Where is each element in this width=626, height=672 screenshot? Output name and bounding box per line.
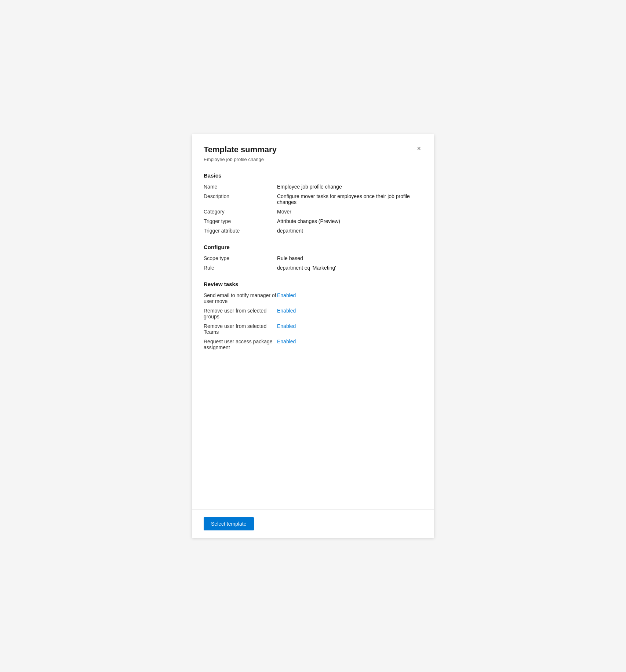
configure-row-rule: Rule department eq 'Marketing' — [204, 265, 422, 271]
close-button[interactable]: × — [415, 144, 422, 153]
panel-footer: Select template — [192, 510, 434, 538]
task-row-remove-teams: Remove user from selected Teams Enabled — [204, 323, 422, 335]
basics-row-description: Description Configure mover tasks for em… — [204, 193, 422, 205]
basics-label-trigger-attribute: Trigger attribute — [204, 228, 277, 234]
configure-label-scope-type: Scope type — [204, 255, 277, 261]
task-row-remove-groups: Remove user from selected groups Enabled — [204, 308, 422, 319]
basics-value-category: Mover — [277, 209, 422, 215]
template-summary-panel: Template summary Employee job profile ch… — [192, 134, 434, 538]
basics-heading: Basics — [204, 172, 422, 179]
configure-row-scope-type: Scope type Rule based — [204, 255, 422, 261]
basics-label-category: Category — [204, 209, 277, 215]
task-label-remove-teams: Remove user from selected Teams — [204, 323, 277, 335]
close-icon: × — [417, 145, 421, 152]
task-value-remove-teams: Enabled — [277, 323, 422, 329]
basics-row-name: Name Employee job profile change — [204, 184, 422, 190]
configure-label-rule: Rule — [204, 265, 277, 271]
task-label-notify-manager: Send email to notify manager of user mov… — [204, 292, 277, 304]
task-label-access-package: Request user access package assignment — [204, 339, 277, 350]
task-row-notify-manager: Send email to notify manager of user mov… — [204, 292, 422, 304]
task-row-access-package: Request user access package assignment E… — [204, 339, 422, 350]
configure-value-scope-type: Rule based — [277, 255, 422, 261]
panel-header: Template summary Employee job profile ch… — [204, 145, 422, 162]
configure-heading: Configure — [204, 244, 422, 250]
basics-value-trigger-attribute: department — [277, 228, 422, 234]
panel-subtitle: Employee job profile change — [204, 157, 277, 162]
panel-title-block: Template summary Employee job profile ch… — [204, 145, 277, 162]
task-value-remove-groups: Enabled — [277, 308, 422, 314]
basics-row-category: Category Mover — [204, 209, 422, 215]
basics-value-description: Configure mover tasks for employees once… — [277, 193, 422, 205]
basics-row-trigger-type: Trigger type Attribute changes (Preview) — [204, 218, 422, 224]
configure-value-rule: department eq 'Marketing' — [277, 265, 422, 271]
basics-row-trigger-attribute: Trigger attribute department — [204, 228, 422, 234]
basics-label-trigger-type: Trigger type — [204, 218, 277, 224]
basics-label-description: Description — [204, 193, 277, 199]
basics-value-trigger-type: Attribute changes (Preview) — [277, 218, 422, 224]
review-tasks-heading: Review tasks — [204, 281, 422, 287]
panel-title: Template summary — [204, 145, 277, 155]
select-template-button[interactable]: Select template — [204, 517, 254, 530]
basics-label-name: Name — [204, 184, 277, 190]
task-value-notify-manager: Enabled — [277, 292, 422, 298]
basics-value-name: Employee job profile change — [277, 184, 422, 190]
task-value-access-package: Enabled — [277, 339, 422, 344]
task-label-remove-groups: Remove user from selected groups — [204, 308, 277, 319]
